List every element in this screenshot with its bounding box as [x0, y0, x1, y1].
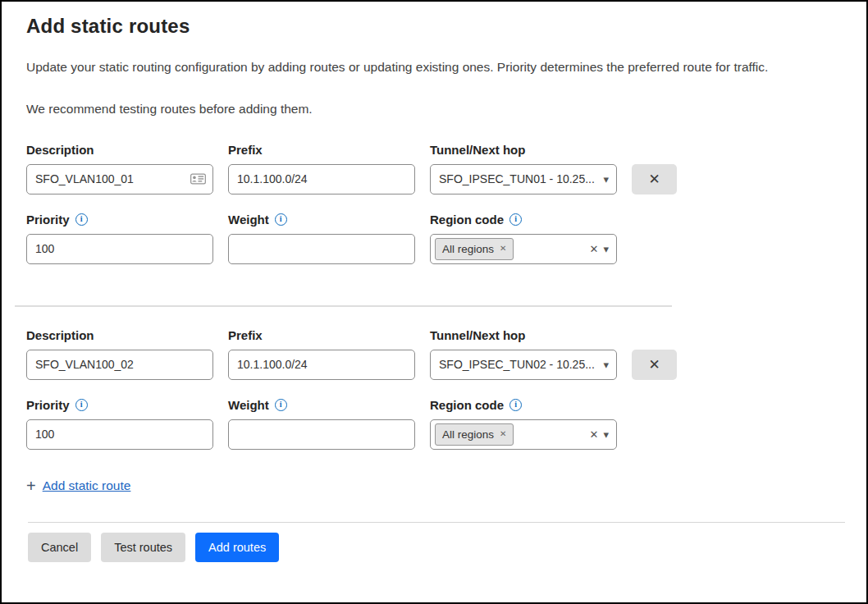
clear-selection-icon[interactable]: ✕	[590, 244, 599, 254]
chevron-down-icon: ▾	[603, 429, 609, 440]
region-field-group: Region code i All regions ✕ ✕ ▾	[430, 213, 617, 264]
add-routes-button[interactable]: Add routes	[195, 533, 279, 562]
test-routes-button[interactable]: Test routes	[101, 533, 185, 562]
priority-field-group: Priority i	[26, 213, 213, 264]
info-icon[interactable]: i	[509, 399, 522, 411]
priority-label: Priority i	[26, 398, 213, 412]
page-title: Add static routes	[26, 15, 842, 38]
chevron-down-icon: ▾	[603, 359, 609, 370]
remove-tag-icon[interactable]: ✕	[500, 245, 506, 253]
weight-field-group: Weight i	[228, 398, 415, 450]
weight-input[interactable]	[228, 419, 415, 450]
region-tag[interactable]: All regions ✕	[435, 423, 514, 446]
tunnel-select[interactable]: SFO_IPSEC_TUN02 - 10.25... ▾	[430, 350, 617, 380]
tunnel-field-group: Tunnel/Next hop SFO_IPSEC_TUN02 - 10.25.…	[430, 328, 617, 380]
prefix-label: Prefix	[228, 143, 415, 157]
region-tag-label: All regions	[442, 243, 494, 255]
weight-label: Weight i	[228, 398, 415, 412]
prefix-input[interactable]	[228, 350, 415, 380]
info-icon[interactable]: i	[75, 213, 88, 226]
contact-card-icon	[190, 173, 206, 185]
weight-label-text: Weight	[228, 398, 269, 412]
weight-label: Weight i	[228, 213, 415, 226]
section-divider	[15, 305, 672, 307]
description-field-group: Description	[26, 143, 213, 194]
region-multiselect[interactable]: All regions ✕ ✕ ▾	[430, 419, 617, 450]
weight-input[interactable]	[228, 234, 415, 264]
tunnel-select-value: SFO_IPSEC_TUN02 - 10.25...	[435, 358, 598, 371]
remove-route-button[interactable]: ✕	[632, 350, 677, 380]
prefix-label: Prefix	[228, 328, 415, 342]
route-section-1: Description	[26, 143, 842, 264]
chevron-down-icon: ▾	[603, 174, 609, 185]
intro-text-2: We recommend testing routes before addin…	[26, 101, 842, 118]
priority-input[interactable]	[26, 234, 213, 264]
priority-field-group: Priority i	[26, 398, 213, 450]
info-icon[interactable]: i	[75, 399, 88, 411]
plus-icon: +	[26, 478, 36, 494]
add-static-route-link[interactable]: Add static route	[43, 478, 131, 493]
priority-input[interactable]	[26, 419, 213, 450]
info-icon[interactable]: i	[275, 213, 287, 226]
add-static-routes-dialog: Add static routes Update your static rou…	[2, 2, 866, 562]
region-code-label-text: Region code	[430, 213, 504, 226]
region-code-label-text: Region code	[430, 398, 504, 412]
info-icon[interactable]: i	[509, 213, 522, 226]
region-tag-label: All regions	[442, 428, 494, 441]
region-code-label: Region code i	[430, 213, 617, 226]
description-field-group: Description	[26, 328, 213, 380]
intro-text-1: Update your static routing configuration…	[26, 59, 842, 76]
description-input[interactable]	[26, 350, 213, 380]
region-code-label: Region code i	[430, 398, 617, 412]
tunnel-label: Tunnel/Next hop	[430, 328, 617, 342]
description-input[interactable]	[26, 164, 213, 194]
priority-label: Priority i	[26, 213, 213, 226]
tunnel-label: Tunnel/Next hop	[430, 143, 617, 157]
region-field-group: Region code i All regions ✕ ✕ ▾	[430, 398, 617, 450]
close-icon: ✕	[648, 172, 660, 187]
region-multiselect[interactable]: All regions ✕ ✕ ▾	[430, 234, 617, 264]
tunnel-select[interactable]: SFO_IPSEC_TUN01 - 10.25... ▾	[430, 164, 617, 194]
footer-divider	[28, 522, 845, 523]
description-label: Description	[26, 143, 213, 157]
weight-field-group: Weight i	[228, 213, 415, 264]
clear-selection-icon[interactable]: ✕	[590, 429, 599, 440]
region-tag[interactable]: All regions ✕	[435, 238, 514, 260]
chevron-down-icon: ▾	[603, 244, 609, 254]
remove-route-button[interactable]: ✕	[632, 164, 677, 194]
priority-label-text: Priority	[26, 213, 70, 226]
tunnel-field-group: Tunnel/Next hop SFO_IPSEC_TUN01 - 10.25.…	[430, 143, 617, 194]
prefix-field-group: Prefix	[228, 328, 415, 380]
dialog-footer: Cancel Test routes Add routes	[26, 522, 842, 562]
route-section-2: Description Prefix Tunnel/Next hop SFO_I…	[26, 328, 842, 450]
prefix-input[interactable]	[228, 164, 415, 194]
cancel-button[interactable]: Cancel	[28, 533, 91, 562]
prefix-field-group: Prefix	[228, 143, 415, 194]
remove-tag-icon[interactable]: ✕	[500, 430, 506, 438]
weight-label-text: Weight	[228, 213, 269, 226]
priority-label-text: Priority	[26, 398, 70, 412]
description-label: Description	[26, 328, 213, 342]
close-icon: ✕	[648, 357, 660, 373]
tunnel-select-value: SFO_IPSEC_TUN01 - 10.25...	[435, 172, 598, 185]
info-icon[interactable]: i	[275, 399, 287, 411]
